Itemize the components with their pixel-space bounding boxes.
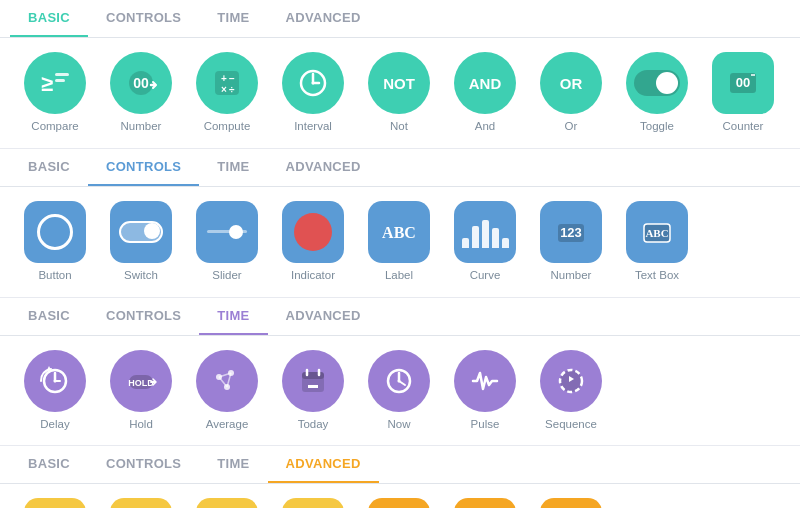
today-icon[interactable]: ▬ [282,350,344,412]
svg-text:≥: ≥ [41,71,53,96]
list-item: 00 Number [102,52,180,134]
delay-icon[interactable] [24,350,86,412]
tab-time-time[interactable]: TIME [199,298,267,335]
scale-icon[interactable]: ⊞ [110,498,172,508]
list-item: › ComparePlus [446,498,524,508]
number-label: Number [121,120,162,134]
now-icon[interactable] [368,350,430,412]
interval-label: Interval [294,120,332,134]
list-item: + − × ÷ Compute [188,52,266,134]
svg-text:00: 00 [133,75,149,91]
list-item: 🎲 Random [16,498,94,508]
filter-icon[interactable] [196,498,258,508]
list-item: 123 Number [532,201,610,283]
tab-bar-basic: BASIC CONTROLS TIME ADVANCED [0,0,800,38]
tab-basic-basic[interactable]: BASIC [10,0,88,37]
indicator-icon[interactable] [282,201,344,263]
tab-time-controls[interactable]: CONTROLS [88,298,199,335]
list-item: Switch [102,201,180,283]
interval-icon[interactable] [282,52,344,114]
indicator-label: Indicator [291,269,335,283]
tab-basic-advanced[interactable]: ADVANCED [268,0,379,37]
tab-controls-controls[interactable]: CONTROLS [88,149,199,186]
switch-icon[interactable] [110,201,172,263]
curve-label: Curve [470,269,501,283]
tab-advanced-basic[interactable]: BASIC [10,446,88,483]
list-item: Button [16,201,94,283]
label-label: Label [385,269,413,283]
now-label: Now [387,418,410,432]
list-item: AND And [446,52,524,134]
list-item: Interval [274,52,352,134]
not-icon[interactable]: NOT [368,52,430,114]
tab-advanced-advanced[interactable]: ADVANCED [268,446,379,483]
number-blue-icon[interactable]: 123 [540,201,602,263]
label-icon[interactable]: ABC [368,201,430,263]
tab-time-advanced[interactable]: ADVANCED [268,298,379,335]
tab-controls-advanced[interactable]: ADVANCED [268,149,379,186]
compute-icon[interactable]: + − × ÷ [196,52,258,114]
tab-controls-basic[interactable]: BASIC [10,149,88,186]
hold-icon[interactable]: HOLD [110,350,172,412]
list-item: % ComputePlus [360,498,438,508]
svg-text:00: 00 [736,75,750,90]
textbox-icon[interactable]: ABC [626,201,688,263]
svg-text:OR: OR [560,75,583,92]
button-icon[interactable] [24,201,86,263]
number-icon[interactable]: 00 [110,52,172,114]
counter-icon[interactable]: 00 [712,52,774,114]
svg-text:HOLD: HOLD [128,378,154,388]
counter-label: Counter [723,120,764,134]
time-items-row: Delay HOLD Hold [0,336,800,446]
svg-text:ABC: ABC [645,227,668,239]
tab-time-basic[interactable]: BASIC [10,298,88,335]
hold-label: Hold [129,418,153,432]
svg-text:+: + [221,73,227,84]
svg-text:123: 123 [560,225,582,240]
tab-basic-controls[interactable]: CONTROLS [88,0,199,37]
svg-rect-2 [55,79,65,82]
list-item: fx Function [274,498,352,508]
section-time: BASIC CONTROLS TIME ADVANCED Delay [0,298,800,447]
computeplus-icon[interactable]: % [368,498,430,508]
compare-icon[interactable]: ≥ [24,52,86,114]
slider-label: Slider [212,269,241,283]
advanced-items-row: 🎲 Random ⊞ Scale Filter [0,484,800,508]
toggle-icon[interactable] [626,52,688,114]
curve-icon[interactable] [454,201,516,263]
list-item: NOT Not [360,52,438,134]
list-item: Slider [188,201,266,283]
button-label: Button [38,269,71,283]
tab-controls-time[interactable]: TIME [199,149,267,186]
sequence-icon[interactable] [540,350,602,412]
textbox-label: Text Box [635,269,679,283]
not-label: Not [390,120,408,134]
svg-text:NOT: NOT [383,75,415,92]
random-icon[interactable]: 🎲 [24,498,86,508]
or-icon[interactable]: OR [540,52,602,114]
section-controls: BASIC CONTROLS TIME ADVANCED Button Swit… [0,149,800,298]
compareplus-icon[interactable]: › [454,498,516,508]
list-item: ABC Text Box [618,201,696,283]
section-basic: BASIC CONTROLS TIME ADVANCED ≥ Compare 0… [0,0,800,149]
or-label: Or [565,120,578,134]
list-item: Delay [16,350,94,432]
valve-icon[interactable] [540,498,602,508]
function-icon[interactable]: fx [282,498,344,508]
tab-advanced-controls[interactable]: CONTROLS [88,446,199,483]
and-icon[interactable]: AND [454,52,516,114]
list-item: ABC Label [360,201,438,283]
tab-advanced-time[interactable]: TIME [199,446,267,483]
svg-text:▬: ▬ [308,379,318,390]
svg-point-48 [398,379,401,382]
list-item: Filter [188,498,266,508]
slider-icon[interactable] [196,201,258,263]
average-icon[interactable] [196,350,258,412]
svg-line-39 [219,377,227,387]
svg-rect-6 [215,71,239,95]
svg-text:÷: ÷ [229,84,235,95]
svg-point-14 [312,82,315,85]
tab-basic-time[interactable]: TIME [199,0,267,37]
pulse-icon[interactable] [454,350,516,412]
list-item: Sequence [532,350,610,432]
